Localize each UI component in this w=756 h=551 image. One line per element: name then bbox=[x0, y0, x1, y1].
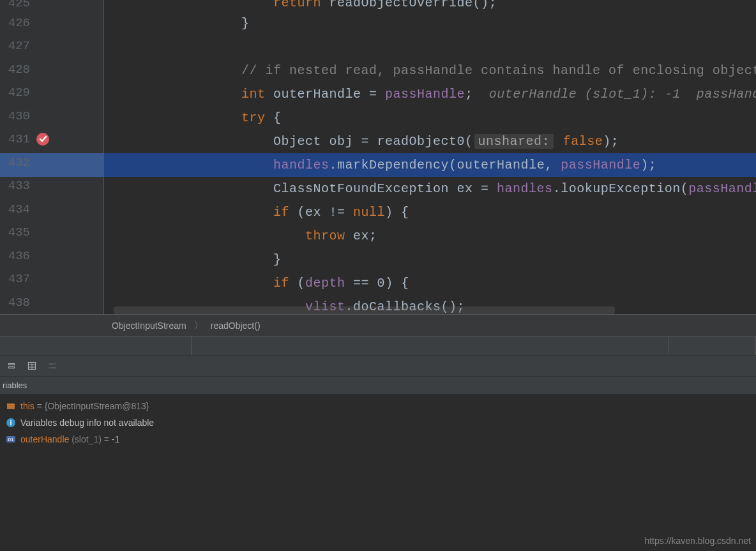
code-line[interactable]: try { bbox=[104, 106, 756, 130]
code-line[interactable]: } bbox=[104, 11, 756, 35]
parameter-hint: unshared: bbox=[474, 134, 554, 149]
gutter-row: 426 bbox=[0, 11, 104, 34]
code-line[interactable]: return readObjectOverride(); bbox=[104, 0, 756, 11]
horizontal-scrollbar[interactable] bbox=[114, 306, 615, 314]
breadcrumb: ObjectInputStream 〉 readObject() bbox=[0, 314, 756, 336]
line-number: 432 bbox=[0, 156, 35, 170]
gutter-row: 438 bbox=[0, 291, 104, 314]
gutter-row: 436 bbox=[0, 245, 104, 268]
variable-row[interactable]: 01 outerHandle (slot_1) = -1 bbox=[5, 431, 751, 448]
info-icon: i bbox=[5, 417, 17, 428]
variables-panel[interactable]: this = {ObjectInputStream@813} i Variabl… bbox=[0, 394, 756, 551]
settings-icon[interactable] bbox=[43, 358, 61, 374]
breadcrumb-separator: 〉 bbox=[194, 320, 203, 331]
code-line[interactable]: } bbox=[104, 248, 756, 271]
line-number: 427 bbox=[0, 39, 35, 53]
gutter-row: 434 bbox=[0, 198, 104, 221]
primitive-icon: 01 bbox=[5, 434, 17, 445]
breadcrumb-method[interactable]: readObject() bbox=[211, 321, 261, 331]
gutter-row: 430 bbox=[0, 105, 104, 128]
gutter-row: 437 bbox=[0, 268, 104, 291]
code-line[interactable]: Object obj = readObject0(unshared: false… bbox=[104, 130, 756, 153]
svg-text:i: i bbox=[10, 419, 11, 426]
restore-layout-icon[interactable] bbox=[3, 358, 20, 374]
svg-text:01: 01 bbox=[8, 437, 14, 442]
variables-panel-header bbox=[192, 336, 669, 355]
svg-rect-13 bbox=[7, 407, 15, 409]
line-number: 430 bbox=[0, 109, 35, 123]
variable-row[interactable]: this = {ObjectInputStream@813} bbox=[5, 398, 751, 414]
gutter-row: 428 bbox=[0, 58, 104, 81]
line-number: 436 bbox=[0, 249, 35, 263]
watches-panel-header bbox=[669, 336, 756, 355]
gutter-row: 435 bbox=[0, 221, 104, 244]
line-number: 433 bbox=[0, 179, 35, 193]
code-line[interactable]: if (depth == 0) { bbox=[104, 271, 756, 295]
line-number: 435 bbox=[0, 225, 35, 239]
code-line[interactable]: throw ex; bbox=[104, 224, 756, 248]
code-line[interactable]: // if nested read, passHandle contains h… bbox=[104, 59, 756, 82]
code-line[interactable]: int outerHandle = passHandle; outerHandl… bbox=[104, 82, 756, 106]
line-number: 425 bbox=[0, 0, 35, 6]
frames-panel-header bbox=[0, 336, 192, 355]
gutter-row: 427 bbox=[0, 34, 104, 57]
code-line[interactable]: ClassNotFoundException ex = handles.look… bbox=[104, 177, 756, 200]
gutter-row: 432 bbox=[0, 151, 104, 174]
gutter-row: 431 bbox=[0, 128, 104, 151]
line-number: 438 bbox=[0, 296, 35, 310]
editor-area: 425 426 427 428 429 430 431 432 433 434 … bbox=[0, 0, 756, 314]
watermark: https://kaven.blog.csdn.net bbox=[644, 536, 751, 546]
gutter-row: 433 bbox=[0, 174, 104, 197]
svg-rect-12 bbox=[7, 405, 15, 407]
breadcrumb-class[interactable]: ObjectInputStream bbox=[112, 321, 186, 331]
variables-header: riables bbox=[0, 376, 756, 394]
line-number: 437 bbox=[0, 272, 35, 286]
code-area[interactable]: return readObjectOverride(); } // if nes… bbox=[104, 0, 756, 314]
code-line[interactable]: if (ex != null) { bbox=[104, 200, 756, 224]
line-number: 429 bbox=[0, 86, 35, 100]
line-number: 434 bbox=[0, 202, 35, 216]
debug-view-tabs bbox=[0, 356, 756, 376]
svg-rect-1 bbox=[9, 364, 15, 365]
variable-info-row: i Variables debug info not available bbox=[5, 414, 751, 431]
svg-rect-2 bbox=[9, 367, 15, 368]
debug-frames-toolbar bbox=[0, 336, 756, 356]
svg-point-8 bbox=[50, 363, 52, 365]
table-view-icon[interactable] bbox=[23, 358, 41, 374]
breakpoint-verified-icon[interactable] bbox=[35, 132, 50, 147]
object-icon bbox=[5, 400, 17, 412]
gutter: 425 426 427 428 429 430 431 432 433 434 … bbox=[0, 0, 104, 314]
line-number: 431 bbox=[0, 132, 35, 146]
code-line[interactable] bbox=[104, 35, 756, 59]
line-number: 428 bbox=[0, 63, 35, 77]
svg-point-10 bbox=[53, 367, 55, 369]
gutter-row: 429 bbox=[0, 81, 104, 104]
line-number: 426 bbox=[0, 16, 35, 30]
svg-rect-11 bbox=[7, 404, 15, 405]
gutter-row: 425 bbox=[0, 0, 104, 11]
